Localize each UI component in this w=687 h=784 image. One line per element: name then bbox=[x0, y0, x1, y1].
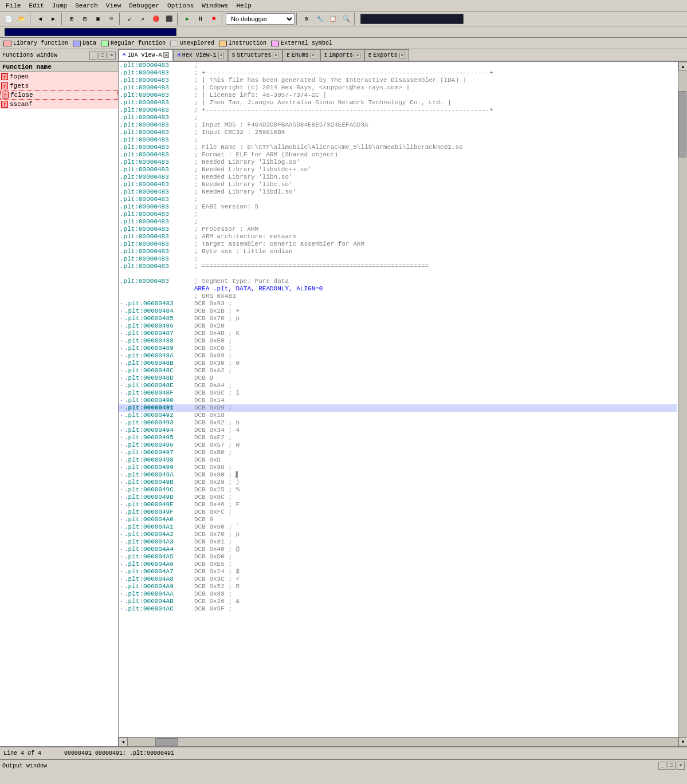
disasm-line: · .plt:00000490 DCB 0x14 bbox=[119, 397, 677, 404]
btn-12[interactable]: 🔧 bbox=[313, 13, 326, 25]
function-list[interactable]: f fopen f fgets f fclose f sscanf bbox=[0, 72, 118, 746]
func-item-fclose[interactable]: f fclose bbox=[0, 90, 118, 100]
btn-10[interactable]: ⬛ bbox=[163, 13, 175, 25]
tab-imports-icon: I bbox=[324, 53, 327, 58]
scroll-down-arrow[interactable]: ▼ bbox=[678, 737, 687, 746]
legend-unexplored-color bbox=[170, 41, 178, 46]
menu-file[interactable]: File bbox=[2, 1, 24, 10]
legend-instruction-color bbox=[219, 41, 227, 46]
tab-enums[interactable]: E Enums × bbox=[282, 49, 320, 61]
menu-jump[interactable]: Jump bbox=[49, 1, 70, 10]
legend-library: Library function bbox=[3, 40, 68, 46]
tab-ida-close[interactable]: × bbox=[163, 52, 169, 58]
tab-structures-label: Structures bbox=[237, 52, 271, 58]
menu-windows[interactable]: Windows bbox=[198, 1, 231, 10]
h-scroll-track[interactable] bbox=[128, 738, 678, 746]
disasm-line: .plt:00000483 ; Segment type: Pure data bbox=[119, 278, 677, 285]
func-item-sscanf[interactable]: f sscanf bbox=[0, 100, 118, 109]
disasm-line: .plt:00000483 ; ARM architecture: metaar… bbox=[119, 233, 677, 241]
h-scroll-thumb[interactable] bbox=[155, 738, 178, 746]
tab-structures-close[interactable]: × bbox=[273, 53, 278, 58]
new-button[interactable]: 📄 bbox=[2, 13, 15, 25]
legend-regular-color bbox=[101, 41, 109, 46]
func-item-fgets[interactable]: f fgets bbox=[0, 81, 118, 90]
tab-ida-view[interactable]: A IDA View-A × bbox=[119, 49, 173, 61]
btn-8[interactable]: ↗ bbox=[136, 13, 149, 25]
debugger-select[interactable]: No debugger bbox=[226, 13, 295, 25]
btn-14[interactable]: 🔍 bbox=[340, 13, 352, 25]
tab-hex-close[interactable]: × bbox=[218, 53, 224, 58]
tab-imports-close[interactable]: × bbox=[355, 53, 360, 58]
disasm-view: ▲ ▼ .plt:00000483 ; .plt:00000483 ; +---… bbox=[119, 62, 687, 746]
disasm-line: .plt:00000483 ; bbox=[119, 196, 677, 203]
btn-11[interactable]: ⚙ bbox=[300, 13, 313, 25]
scroll-track[interactable] bbox=[678, 71, 687, 737]
tab-exports-close[interactable]: × bbox=[399, 53, 405, 58]
menu-view[interactable]: View bbox=[103, 1, 124, 10]
btn-5[interactable]: ▣ bbox=[92, 13, 104, 25]
disasm-line: .plt:00000483 ; ========================… bbox=[119, 263, 677, 270]
function-name-header: Function name bbox=[0, 62, 118, 72]
disasm-line: · .plt:0000049A DCB 0x80 ; ▌ bbox=[119, 471, 677, 479]
menu-search[interactable]: Search bbox=[72, 1, 101, 10]
tab-imports[interactable]: I Imports × bbox=[320, 49, 364, 61]
scroll-up-arrow[interactable]: ▲ bbox=[678, 62, 687, 71]
disasm-line: ; ORG 0x483 bbox=[119, 293, 677, 300]
disasm-line: .plt:00000483 ; bbox=[119, 255, 677, 263]
btn-3[interactable]: ⊞ bbox=[65, 13, 78, 25]
disasm-content[interactable]: .plt:00000483 ; .plt:00000483 ; +-------… bbox=[119, 62, 687, 737]
tab-hex-view[interactable]: H Hex View-1 × bbox=[173, 49, 227, 61]
legend-data-label: Data bbox=[83, 40, 96, 46]
menubar: File Edit Jump Search View Debugger Opti… bbox=[0, 0, 687, 11]
toolbar-main: 📄 📂 ◀ ▶ ⊞ ⊟ ▣ ⌨ ↙ ↗ 🔴 ⬛ ▶ ⏸ ■ No debugge… bbox=[0, 11, 687, 26]
disasm-line: .plt:00000483 ; +-----------------------… bbox=[119, 107, 677, 114]
panel-restore-btn[interactable]: □ bbox=[99, 52, 107, 60]
open-button[interactable]: 📂 bbox=[15, 13, 28, 25]
disasm-line: · .plt:000004A9 DCB 0x52 ; R bbox=[119, 583, 677, 590]
redo-button[interactable]: ▶ bbox=[47, 13, 60, 25]
func-item-fopen[interactable]: f fopen bbox=[0, 72, 118, 81]
toolbar-address bbox=[0, 26, 687, 38]
menu-help[interactable]: Help bbox=[233, 1, 254, 10]
toolbar-sep-7 bbox=[354, 13, 356, 25]
undo-button[interactable]: ◀ bbox=[34, 13, 46, 25]
panel-close-btn[interactable]: × bbox=[108, 52, 116, 60]
legend-regular-label: Regular function bbox=[111, 40, 166, 46]
disasm-line: · .plt:00000498 DCB 0xD bbox=[119, 456, 677, 464]
menu-edit[interactable]: Edit bbox=[25, 1, 47, 10]
legend-instruction: Instruction bbox=[219, 40, 266, 46]
run-button[interactable]: ▶ bbox=[181, 13, 194, 25]
btn-4[interactable]: ⊟ bbox=[78, 13, 91, 25]
disasm-line: .plt:00000483 ; +-----------------------… bbox=[119, 69, 677, 77]
btn-7[interactable]: ↙ bbox=[123, 13, 136, 25]
tab-structures[interactable]: S Structures × bbox=[228, 49, 282, 61]
output-minimize-btn[interactable]: _ bbox=[658, 762, 666, 770]
menu-debugger[interactable]: Debugger bbox=[125, 1, 163, 10]
btn-6[interactable]: ⌨ bbox=[105, 13, 117, 25]
panel-minimize-btn[interactable]: _ bbox=[89, 52, 97, 60]
disasm-line: · .plt:00000486 DCB 0x20 bbox=[119, 322, 677, 330]
disasm-line: · .plt:000004AB DCB 0x26 ; & bbox=[119, 598, 677, 605]
horizontal-scrollbar[interactable]: ◄ ► bbox=[119, 737, 687, 746]
vertical-scrollbar[interactable]: ▲ ▼ bbox=[678, 62, 687, 746]
disasm-line: .plt:00000483 ; File Name : D:\CTF\alimo… bbox=[119, 144, 677, 151]
tab-ida-label: IDA View-A bbox=[127, 52, 162, 58]
scroll-thumb[interactable] bbox=[678, 91, 686, 157]
tab-enums-close[interactable]: × bbox=[311, 53, 316, 58]
pause-button[interactable]: ⏸ bbox=[194, 13, 207, 25]
tab-enums-label: Enums bbox=[292, 52, 309, 58]
search-box[interactable] bbox=[360, 14, 464, 24]
btn-13[interactable]: 📋 bbox=[327, 13, 339, 25]
scroll-left-arrow[interactable]: ◄ bbox=[119, 738, 128, 747]
output-close-btn[interactable]: × bbox=[677, 762, 685, 770]
btn-9[interactable]: 🔴 bbox=[150, 13, 162, 25]
disasm-line: .plt:00000483 ; | Copyright (c) 2014 Hex… bbox=[119, 84, 677, 92]
disasm-line: · .plt:00000494 DCB 0x34 ; 4 bbox=[119, 427, 677, 434]
menu-options[interactable]: Options bbox=[164, 1, 197, 10]
tab-exports[interactable]: E Exports × bbox=[364, 49, 409, 61]
disasm-line: · .plt:000004A4 DCB 0x40 ; @ bbox=[119, 546, 677, 553]
stop-button[interactable]: ■ bbox=[207, 13, 220, 25]
disasm-line: · .plt:000004A1 DCB 0x60 ; ` bbox=[119, 523, 677, 531]
disasm-line: · .plt:000004A8 DCB 0x3C ; < bbox=[119, 576, 677, 583]
output-restore-btn[interactable]: □ bbox=[668, 762, 676, 770]
